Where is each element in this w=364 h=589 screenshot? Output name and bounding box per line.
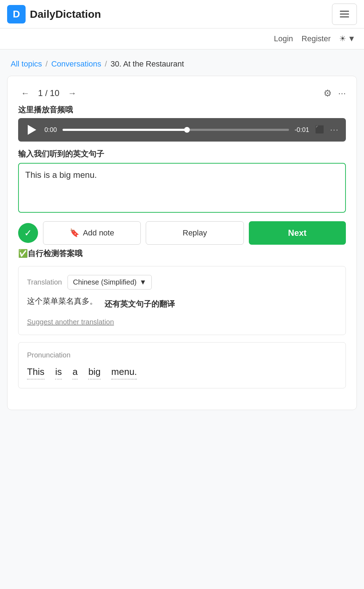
time-current: 0:00: [44, 126, 57, 134]
input-annotation: 输入我们听到的英文句子: [18, 149, 346, 159]
header: D DailyDictation: [0, 0, 364, 28]
breadcrumb: All topics / Conversations / 30. At the …: [0, 49, 364, 76]
breadcrumb-current: 30. At the Restaurant: [111, 59, 184, 69]
sub-header: Login Register ☀ ▼: [0, 28, 364, 49]
page-indicator: 1 / 10: [38, 88, 59, 98]
time-remaining: -0:01: [295, 126, 309, 134]
theme-dropdown-arrow: ▼: [348, 34, 355, 43]
check-button[interactable]: ✓: [18, 223, 38, 243]
translation-text: 这个菜单菜名真多。: [27, 296, 97, 307]
replay-label: Replay: [183, 228, 207, 238]
main-card: ← 1 / 10 → ⚙ ··· 这里播放音频哦 0:00 -0:01 ⬛ ··…: [7, 76, 357, 410]
add-note-label: Add note: [83, 228, 114, 238]
settings-button[interactable]: ⚙: [323, 88, 332, 99]
pron-word-this: This: [27, 366, 44, 380]
pronunciation-label: Pronunciation: [27, 351, 337, 359]
play-button[interactable]: [25, 123, 39, 137]
more-options-button[interactable]: ···: [338, 88, 346, 99]
login-link[interactable]: Login: [274, 34, 293, 43]
language-text: Chinese (Simplified): [73, 278, 136, 286]
translation-label: Translation: [27, 278, 62, 286]
logo-icon: D: [7, 5, 26, 23]
buttons-row: ✓ 🔖 Add note Replay Next: [18, 221, 346, 245]
progress-fill: [63, 129, 187, 131]
breadcrumb-conversations[interactable]: Conversations: [51, 59, 101, 69]
pron-word-is: is: [55, 366, 62, 380]
breadcrumb-all-topics[interactable]: All topics: [11, 59, 42, 69]
nav-row: ← 1 / 10 → ⚙ ···: [18, 87, 346, 100]
screen-icon[interactable]: ⬛: [315, 125, 325, 134]
self-check-text: ✅自行检测答案哦: [18, 248, 82, 259]
progress-thumb: [184, 127, 190, 133]
pron-word-a: a: [73, 366, 77, 380]
add-note-button[interactable]: 🔖 Add note: [43, 221, 141, 245]
breadcrumb-sep-2: /: [105, 59, 107, 69]
register-link[interactable]: Register: [301, 34, 331, 43]
translation-annotation: 还有英文句子的翻译: [105, 299, 175, 309]
suggest-translation-link[interactable]: Suggest another translation: [27, 318, 114, 326]
theme-toggle[interactable]: ☀ ▼: [339, 34, 355, 43]
replay-button[interactable]: Replay: [146, 221, 243, 245]
audio-player: 0:00 -0:01 ⬛ ···: [18, 118, 346, 142]
self-check-annotation: ✅自行检测答案哦: [18, 248, 346, 259]
hamburger-button[interactable]: [332, 4, 357, 25]
bookmark-icon: 🔖: [70, 228, 79, 238]
audio-annotation: 这里播放音频哦: [18, 105, 346, 115]
nav-arrows: ← 1 / 10 →: [18, 87, 79, 100]
logo-text: DailyDictation: [30, 8, 101, 20]
breadcrumb-sep-1: /: [46, 59, 48, 69]
pronunciation-words: This is a big menu.: [27, 366, 337, 380]
prev-arrow-button[interactable]: ←: [18, 87, 32, 100]
nav-icons: ⚙ ···: [323, 88, 346, 99]
player-more-icon[interactable]: ···: [330, 125, 339, 134]
check-icon: ✓: [24, 228, 32, 239]
logo-container: D DailyDictation: [7, 5, 101, 23]
translation-header: Translation Chinese (Simplified) ▼: [27, 275, 337, 290]
language-selector[interactable]: Chinese (Simplified) ▼: [68, 275, 152, 290]
pron-word-big: big: [88, 366, 101, 380]
progress-bar[interactable]: [63, 129, 289, 131]
next-arrow-button[interactable]: →: [65, 87, 79, 100]
translation-box: Translation Chinese (Simplified) ▼ 这个菜单菜…: [18, 266, 346, 335]
language-dropdown-arrow: ▼: [139, 278, 146, 286]
next-button[interactable]: Next: [249, 221, 346, 245]
pronunciation-box: Pronunciation This is a big menu.: [18, 342, 346, 388]
dictation-input[interactable]: This is a big menu.: [18, 163, 346, 213]
hamburger-icon: [340, 11, 349, 17]
pron-word-menu: menu.: [111, 366, 137, 380]
play-icon: [28, 125, 36, 135]
next-label: Next: [288, 228, 306, 238]
sun-icon: ☀: [339, 34, 346, 43]
